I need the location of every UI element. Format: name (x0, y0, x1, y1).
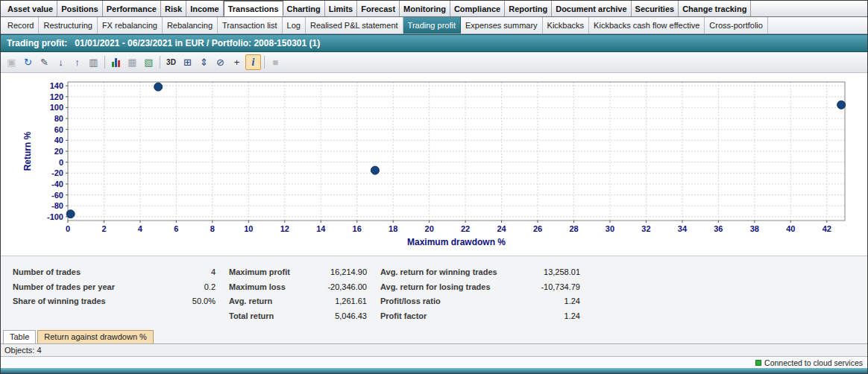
stat-total-return: Total return5,046.43 (229, 309, 367, 324)
copy-icon[interactable]: ▣ (4, 54, 19, 70)
stat-value: -10,734.79 (541, 280, 580, 295)
stat-label: Maximum profit (229, 265, 290, 280)
subtab-cross-portfolio[interactable]: Cross-portfolio (705, 17, 768, 34)
zoom-window-icon[interactable]: ⊞ (180, 54, 195, 70)
chart-grid (68, 82, 845, 221)
stat-value: 1.24 (564, 294, 580, 309)
menu-tab-performance[interactable]: Performance (103, 1, 161, 16)
y-tick-label: 20 (54, 147, 63, 156)
bar-chart-icon[interactable] (108, 54, 124, 70)
stop-icon[interactable]: ■ (268, 54, 283, 70)
menu-tab-securities[interactable]: Securities (632, 1, 679, 16)
crosshair-icon[interactable]: + (229, 54, 245, 70)
x-tick-label: 14 (316, 224, 326, 233)
stat-profit-loss-ratio: Profit/loss ratio1.24 (380, 294, 580, 309)
subtab-trading-profit[interactable]: Trading profit (403, 17, 461, 34)
menu-tab-change-tracking[interactable]: Change tracking (679, 1, 751, 16)
y-tick-label: -100 (47, 212, 63, 221)
x-axis-label: Maximum drawdown % (407, 237, 506, 247)
y-tick-label: 120 (50, 92, 63, 101)
toolbar-separator (264, 56, 265, 69)
menu-tab-forecast[interactable]: Forecast (357, 1, 400, 16)
3d-view-icon[interactable]: 3D (163, 54, 179, 70)
stat-value: 50.0% (192, 294, 216, 309)
stat-share-of-winning-trades: Share of winning trades50.0% (13, 294, 216, 309)
stat-avg-return: Avg. return1,261.61 (229, 294, 367, 309)
subtab-log[interactable]: Log (283, 17, 306, 34)
y-tick-label: -80 (51, 201, 63, 210)
x-tick-label: 18 (389, 224, 397, 233)
connection-indicator-icon (755, 360, 761, 366)
y-tick-label: 80 (54, 114, 63, 123)
menu-tab-asset-value[interactable]: Asset value (4, 1, 57, 16)
stats-column-1: Number of trades4Number of trades per ye… (13, 265, 216, 328)
x-tick-label: 28 (569, 224, 578, 233)
subtab-rebalancing[interactable]: Rebalancing (163, 17, 218, 34)
objects-statusbar: Objects: 4 (1, 344, 867, 357)
y-tick-label: -60 (51, 191, 63, 200)
x-tick-label: 22 (461, 224, 470, 233)
sort-ascending-icon[interactable]: ↑ (69, 54, 85, 70)
menu-tab-limits[interactable]: Limits (325, 1, 357, 16)
stat-label: Number of trades (13, 265, 81, 280)
menu-tab-compliance[interactable]: Compliance (450, 1, 505, 16)
view-tab-return-against-drawdown[interactable]: Return against drawdown % (37, 330, 154, 343)
subtab-realised-p-l-statement[interactable]: Realised P&L statement (306, 17, 403, 34)
menu-tab-reporting[interactable]: Reporting (505, 1, 552, 16)
x-tick-label: 34 (678, 224, 688, 233)
x-tick-label: 32 (641, 224, 650, 233)
menu-tab-positions[interactable]: Positions (57, 1, 103, 16)
x-tick-label: 6 (174, 224, 178, 233)
refresh-icon[interactable]: ↻ (20, 54, 36, 70)
menu-tab-income[interactable]: Income (186, 1, 224, 16)
view-tab-table[interactable]: Table (3, 330, 36, 343)
menu-tab-transactions[interactable]: Transactions (224, 1, 283, 16)
subtab-transaction-list[interactable]: Transaction list (218, 17, 283, 34)
x-tick-label: 0 (66, 224, 70, 233)
menu-tab-document-archive[interactable]: Document archive (552, 1, 631, 16)
statistics-panel: Number of trades4Number of trades per ye… (1, 256, 867, 328)
sort-descending-icon[interactable]: ↓ (53, 54, 69, 70)
chart-image-icon[interactable]: ▧ (141, 54, 157, 70)
stat-value: 5,046.43 (335, 309, 367, 324)
connection-statusbar: Connected to cloud services (1, 357, 867, 368)
x-tick-label: 36 (714, 224, 723, 233)
x-tick-label: 8 (210, 224, 215, 233)
y-tick-label: 40 (54, 136, 63, 145)
subtab-expenses-summary[interactable]: Expenses summary (461, 17, 543, 34)
y-tick-label: -20 (51, 168, 63, 177)
subtab-fx-rebalancing[interactable]: FX rebalancing (98, 17, 163, 34)
statistics-icon[interactable]: ▥ (86, 54, 101, 70)
zoom-out-icon[interactable]: ⊘ (213, 54, 228, 70)
filter-edit-icon[interactable]: ✎ (37, 54, 52, 70)
stat-label: Profit/loss ratio (380, 294, 441, 309)
stat-label: Avg. return for losing trades (380, 280, 491, 295)
data-points (66, 83, 846, 218)
chart-remove-icon[interactable]: ▦ (125, 54, 140, 70)
data-point (66, 210, 75, 218)
subtab-kickbacks[interactable]: Kickbacks (543, 17, 590, 34)
zoom-vertical-icon[interactable]: ⇕ (196, 54, 212, 70)
menu-tab-monitoring[interactable]: Monitoring (400, 1, 450, 16)
info-icon[interactable]: i (245, 54, 261, 70)
stat-value: 13,258.01 (544, 265, 580, 280)
subtab-kickbacks-cash-flow-effective[interactable]: Kickbacks cash flow effective (589, 17, 705, 34)
x-tick-label: 24 (497, 224, 506, 233)
menu-tab-risk[interactable]: Risk (161, 1, 186, 16)
window-bottom-strip (1, 368, 867, 373)
x-tick-label: 42 (823, 224, 831, 233)
x-tick-label: 26 (533, 224, 542, 233)
objects-count: Objects: 4 (4, 346, 42, 355)
subtab-restructuring[interactable]: Restructuring (39, 17, 97, 34)
y-tick-label: -40 (51, 180, 63, 188)
bar-chart-glyph (112, 57, 120, 67)
x-tick-label: 16 (353, 224, 362, 233)
stat-value: 1,261.61 (335, 294, 367, 309)
subtab-record[interactable]: Record (3, 17, 39, 34)
y-tick-label: 100 (50, 103, 63, 112)
stat-label: Avg. return (229, 294, 272, 309)
menu-tab-charting[interactable]: Charting (283, 1, 325, 16)
stat-label: Profit factor (380, 309, 427, 324)
x-tick-label: 2 (101, 224, 106, 233)
stat-value: -20,346.00 (327, 280, 367, 295)
